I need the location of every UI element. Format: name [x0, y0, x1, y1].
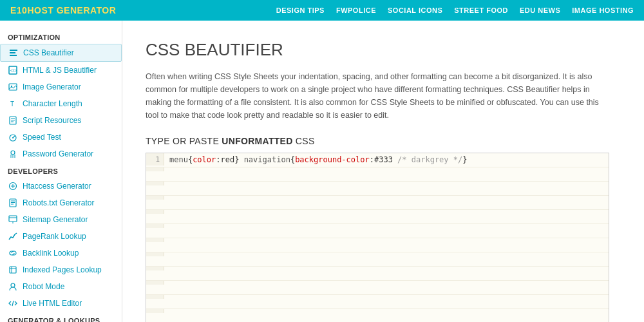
code-line-empty [146, 238, 609, 252]
site-logo: E10HOST GENERATOR [10, 5, 116, 15]
pagerank-icon [8, 231, 18, 242]
logo-accent: E10HOST [10, 5, 53, 15]
line-number: 1 [146, 153, 164, 166]
nav-fwpolice[interactable]: FWPOLICE [336, 6, 376, 14]
sidebar-label: Character Length [23, 99, 82, 108]
sidebar-item-backlink[interactable]: Backlink Lookup [0, 245, 122, 261]
robot-mode-icon [8, 281, 18, 292]
paste-instruction: TYPE OR PASTE UNFORMATTED CSS [146, 136, 621, 146]
svg-text:T: T [10, 100, 14, 108]
sidebar-item-character-length[interactable]: T Character Length [0, 95, 122, 112]
nav-edu-news[interactable]: EDU NEWS [520, 6, 560, 14]
svg-rect-0 [10, 50, 17, 51]
code-line-empty [146, 182, 609, 196]
section-title-developers: DEVELOPERS [0, 162, 122, 178]
section-title-generator-lookups: GENERATOR & LOOKUPS [0, 312, 122, 322]
html-js-icon: </> [8, 65, 18, 75]
nav-design-tips[interactable]: DESIGN TIPS [276, 6, 325, 14]
sidebar-label: Backlink Lookup [23, 249, 79, 258]
nav-street-food[interactable]: STREET FOOD [454, 6, 508, 14]
sidebar-label: Sitemap Generator [23, 215, 88, 224]
svg-rect-26 [9, 216, 17, 222]
sidebar-label: Speed Test [23, 133, 61, 142]
code-line-empty [146, 309, 609, 322]
sidebar-label: Image Generator [23, 82, 81, 91]
sidebar-item-robot-mode[interactable]: Robot Mode [0, 278, 122, 295]
sidebar-label: Indexed Pages Lookup [23, 265, 102, 274]
nav-links: DESIGN TIPS FWPOLICE SOCIAL ICONS STREET… [276, 6, 634, 14]
sidebar-label: Script Resources [23, 116, 81, 125]
sidebar-label: CSS Beautifier [23, 48, 74, 57]
sidebar-item-pagerank[interactable]: PageRank Lookup [0, 228, 122, 245]
sidebar-label: Password Generator [23, 149, 93, 158]
code-line-empty [146, 252, 609, 267]
sidebar-label: Htaccess Generator [23, 182, 91, 191]
sidebar-item-password-generator[interactable]: Password Generator [0, 146, 122, 162]
top-navigation: E10HOST GENERATOR DESIGN TIPS FWPOLICE S… [0, 0, 644, 21]
sidebar-label: Robot Mode [23, 282, 64, 291]
backlink-icon [8, 248, 18, 258]
svg-rect-1 [10, 52, 15, 53]
sidebar-item-css-beautifier[interactable]: CSS Beautifier [0, 44, 122, 62]
image-gen-icon [8, 82, 18, 92]
indexed-pages-icon [8, 265, 18, 275]
code-line-empty [146, 196, 609, 210]
htaccess-icon [8, 181, 18, 191]
line-content: menu{color:red} navigation{background-co… [164, 153, 609, 166]
code-line-empty [146, 295, 609, 309]
svg-text:</>: </> [10, 68, 17, 73]
page-title: CSS BEAUTIFIER [146, 40, 621, 60]
svg-point-14 [12, 137, 14, 138]
page-description: Often when writing CSS Style Sheets your… [146, 70, 609, 122]
sidebar-item-live-html-editor[interactable]: Live HTML Editor [0, 295, 122, 312]
sidebar-item-speed-test[interactable]: Speed Test [0, 129, 122, 146]
svg-rect-5 [9, 84, 17, 90]
sidebar: OPTIMIZATION CSS Beautifier </> HTML & J… [0, 21, 122, 322]
code-line-empty [146, 281, 609, 295]
svg-point-32 [11, 283, 15, 287]
sidebar-label: PageRank Lookup [23, 232, 86, 241]
sitemap-icon [8, 214, 18, 225]
sidebar-label: HTML & JS Beautifier [23, 66, 97, 75]
main-layout: OPTIMIZATION CSS Beautifier </> HTML & J… [0, 21, 644, 322]
script-icon [8, 115, 18, 126]
sidebar-item-html-js-beautifier[interactable]: </> HTML & JS Beautifier [0, 62, 122, 79]
nav-image-hosting[interactable]: IMAGE HOSTING [572, 6, 634, 14]
code-line-empty [146, 167, 609, 182]
section-title-optimization: OPTIMIZATION [0, 28, 122, 44]
code-input-area[interactable]: 1 menu{color:red} navigation{background-… [146, 153, 609, 322]
code-line-empty [146, 267, 609, 281]
sidebar-item-sitemap[interactable]: Sitemap Generator [0, 211, 122, 228]
svg-line-33 [12, 301, 14, 306]
svg-rect-2 [10, 55, 17, 56]
code-line-1: 1 menu{color:red} navigation{background-… [146, 153, 609, 167]
main-content: CSS BEAUTIFIER Often when writing CSS St… [122, 21, 644, 322]
char-length-icon: T [8, 99, 18, 109]
sidebar-item-robots-txt[interactable]: Robots.txt Generator [0, 194, 122, 211]
robots-icon [8, 198, 18, 208]
sidebar-item-indexed-pages[interactable]: Indexed Pages Lookup [0, 261, 122, 278]
speed-icon [8, 132, 18, 142]
css-beautifier-icon [8, 48, 19, 58]
sidebar-item-htaccess[interactable]: Htaccess Generator [0, 178, 122, 194]
code-line-empty [146, 210, 609, 224]
sidebar-label: Live HTML Editor [23, 299, 82, 308]
svg-rect-29 [10, 267, 16, 273]
sidebar-item-image-generator[interactable]: Image Generator [0, 79, 122, 95]
live-html-icon [8, 298, 18, 308]
nav-social-icons[interactable]: SOCIAL ICONS [388, 6, 442, 14]
sidebar-item-script-resources[interactable]: Script Resources [0, 112, 122, 129]
password-icon [8, 149, 18, 159]
code-line-empty [146, 224, 609, 238]
sidebar-label: Robots.txt Generator [23, 198, 94, 207]
svg-point-15 [11, 151, 15, 155]
